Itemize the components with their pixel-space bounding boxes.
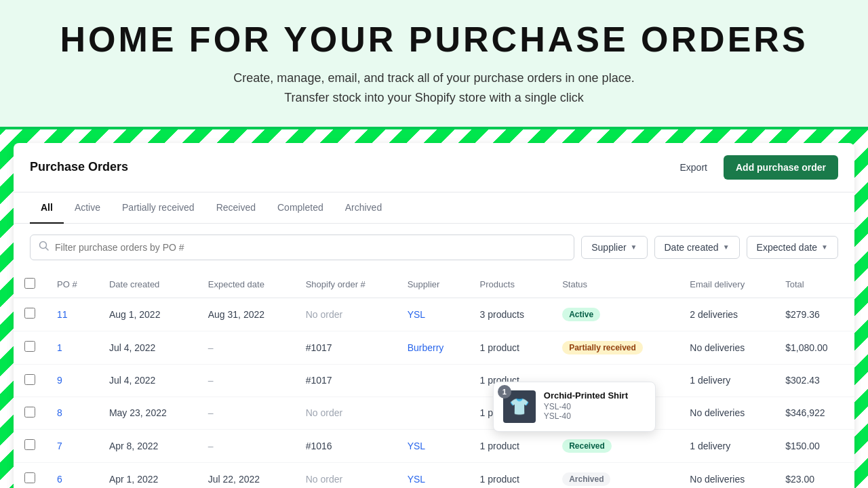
po-link[interactable]: 9 — [57, 375, 62, 386]
shopify-order-cell: #1017 — [295, 364, 397, 396]
products-cell: 1 product — [469, 462, 552, 488]
supplier-link[interactable]: YSL — [408, 441, 425, 451]
filters-row: Supplier ▼ Date created ▼ Expected date … — [14, 224, 854, 271]
email-delivery-cell: 1 delivery — [679, 429, 774, 462]
chevron-down-icon: ▼ — [821, 243, 828, 251]
date-created-cell: Jul 4, 2022 — [98, 364, 197, 396]
status-cell: Archived — [551, 462, 679, 488]
expected-date-cell: Jul 22, 2022 — [197, 462, 295, 488]
email-delivery-cell: 2 deliveries — [679, 298, 774, 331]
row-checkbox[interactable] — [24, 439, 35, 450]
tab-all[interactable]: All — [30, 192, 64, 224]
total-cell: $150.00 — [774, 429, 854, 462]
panel-title: Purchase Orders — [30, 160, 128, 174]
add-purchase-order-button[interactable]: Add purchase order — [724, 155, 838, 180]
date-created-cell: May 23, 2022 — [98, 396, 197, 429]
status-badge: Archived — [562, 472, 610, 486]
date-created-cell: Apr 8, 2022 — [98, 429, 197, 462]
expected-date-cell: – — [197, 331, 295, 364]
shopify-order-cell: #1016 — [295, 429, 397, 462]
products-cell: 3 products — [469, 298, 552, 331]
row-checkbox[interactable] — [24, 407, 35, 418]
po-link[interactable]: 7 — [57, 441, 62, 451]
col-shopify-order: Shopify order # — [295, 271, 397, 298]
col-email-delivery: Email delivery — [679, 271, 774, 298]
hero-subtitle: Create, manage, email, and track all of … — [14, 68, 854, 108]
expected-date-cell: – — [197, 429, 295, 462]
chevron-down-icon: ▼ — [723, 243, 730, 251]
shopify-order-cell: No order — [295, 298, 397, 331]
total-cell: $1,080.00 — [774, 331, 854, 364]
shopify-order-cell: #1017 — [295, 331, 397, 364]
supplier-cell: YSL — [397, 429, 469, 462]
export-button[interactable]: Export — [672, 157, 715, 178]
row-checkbox[interactable] — [24, 341, 35, 352]
table-row: 6Apr 1, 2022Jul 22, 2022No orderYSL1 pro… — [14, 462, 854, 488]
supplier-cell: YSL — [397, 462, 469, 488]
tab-received[interactable]: Received — [205, 192, 267, 224]
po-link[interactable]: 6 — [57, 474, 62, 485]
panel-header: Purchase Orders Export Add purchase orde… — [14, 143, 854, 192]
col-total: Total — [774, 271, 854, 298]
col-products: Products — [469, 271, 552, 298]
products-cell: 1 product — [469, 429, 552, 462]
total-cell: $279.36 — [774, 298, 854, 331]
expected-date-cell: – — [197, 396, 295, 429]
email-delivery-cell: No deliveries — [679, 396, 774, 429]
row-checkbox[interactable] — [24, 374, 35, 385]
tab-completed[interactable]: Completed — [267, 192, 334, 224]
tab-partially-received[interactable]: Partially received — [111, 192, 205, 224]
supplier-cell: YSL — [397, 298, 469, 331]
products-cell: 1 product 1 👕 Orchid-Printed Shirt YSL-4… — [469, 364, 552, 396]
supplier-cell: Burberry — [397, 331, 469, 364]
products-cell: 1 product — [469, 331, 552, 364]
date-created-cell: Apr 1, 2022 — [98, 462, 197, 488]
row-checkbox[interactable] — [24, 472, 35, 483]
tab-active[interactable]: Active — [64, 192, 111, 224]
product-popover: 1 👕 Orchid-Printed Shirt YSL-40 YSL-40 — [493, 382, 656, 432]
shopify-order-cell: No order — [295, 396, 397, 429]
header-actions: Export Add purchase order — [672, 155, 839, 180]
search-input[interactable] — [55, 242, 566, 253]
status-cell: Partially received — [551, 331, 679, 364]
col-date-created: Date created — [98, 271, 197, 298]
status-badge: Active — [562, 308, 600, 321]
orders-table: PO # Date created Expected date Shopify … — [14, 271, 854, 488]
chevron-down-icon: ▼ — [631, 243, 637, 251]
products-tooltip-container: 1 product 1 👕 Orchid-Printed Shirt YSL-4… — [480, 375, 519, 386]
shirt-icon: 👕 — [509, 397, 530, 416]
svg-line-1 — [46, 247, 49, 250]
app-wrapper: Purchase Orders Export Add purchase orde… — [0, 129, 868, 488]
hero-title: HOME FOR YOUR PURCHASE ORDERS — [14, 20, 854, 59]
popover-product-name: Orchid-Printed Shirt — [544, 390, 628, 401]
table-row: 8May 23, 2022–No order1 productNo delive… — [14, 396, 854, 429]
col-po: PO # — [46, 271, 98, 298]
table-row: 1Jul 4, 2022–#1017Burberry1 productParti… — [14, 331, 854, 364]
total-cell: $346,922 — [774, 396, 854, 429]
supplier-filter-button[interactable]: Supplier ▼ — [581, 236, 647, 259]
supplier-link[interactable]: YSL — [408, 474, 425, 485]
supplier-link[interactable]: YSL — [408, 309, 425, 320]
tab-archived[interactable]: Archived — [334, 192, 393, 224]
expected-date-cell: – — [197, 364, 295, 396]
table-row: 9Jul 4, 2022–#1017 1 product 1 👕 Orchid-… — [14, 364, 854, 396]
po-link[interactable]: 11 — [57, 309, 68, 320]
shopify-order-cell: No order — [295, 462, 397, 488]
po-link[interactable]: 1 — [57, 342, 62, 353]
expected-date-cell: Aug 31, 2022 — [197, 298, 295, 331]
date-created-cell: Jul 4, 2022 — [98, 331, 197, 364]
status-badge: Partially received — [562, 341, 643, 354]
col-status: Status — [551, 271, 679, 298]
expected-date-filter-button[interactable]: Expected date ▼ — [747, 236, 838, 259]
select-all-checkbox[interactable] — [24, 278, 35, 289]
col-expected-date: Expected date — [197, 271, 295, 298]
supplier-link[interactable]: Burberry — [408, 342, 444, 353]
po-link[interactable]: 8 — [57, 407, 62, 418]
tabs-bar: All Active Partially received Received C… — [14, 192, 854, 224]
date-created-filter-button[interactable]: Date created ▼ — [654, 236, 740, 259]
total-cell: $302.43 — [774, 364, 854, 396]
hero-section: HOME FOR YOUR PURCHASE ORDERS Create, ma… — [0, 0, 868, 129]
search-wrapper — [30, 235, 574, 260]
email-delivery-cell: No deliveries — [679, 331, 774, 364]
row-checkbox[interactable] — [24, 308, 35, 319]
